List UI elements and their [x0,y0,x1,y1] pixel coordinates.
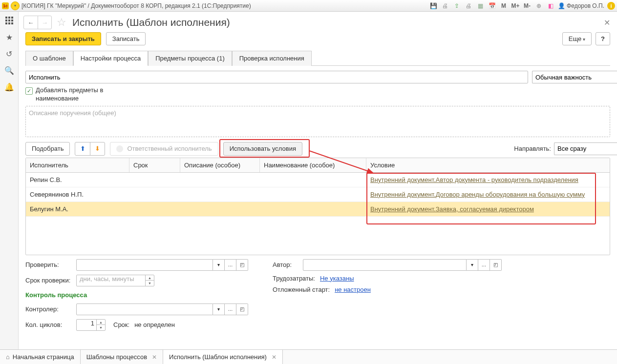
mem-m-button[interactable]: M [499,1,508,10]
check-due-input[interactable]: дни, часы, минуты ▲▼ [76,275,154,286]
move-updown-group: ⬆ ⬇ [75,142,105,156]
importance-select[interactable] [532,71,617,83]
close-tab-icon[interactable]: ✕ [272,354,277,361]
app-title: [КОПИЯ] ГК "Меркурий" / Документооборот … [21,2,251,9]
calendar-icon[interactable]: 📅 [488,1,496,10]
cell-performer: Белугин М.А. [26,205,129,213]
move-up-button[interactable]: ⬆ [75,142,90,155]
col-due[interactable]: Срок [129,158,180,172]
template-name-input[interactable] [25,71,528,83]
deferred-label: Отложенный старт: [273,286,330,293]
effort-label: Трудозатраты: [273,275,315,282]
controller-label: Контролер: [25,305,73,313]
tab-templates[interactable]: Шаблоны процессов✕ [81,350,163,364]
col-name[interactable]: Наименование (особое) [260,158,366,172]
info-icon[interactable]: i [607,2,615,10]
window-tabs: ⌂Начальная страница Шаблоны процессов✕ И… [0,349,617,364]
person-icon [116,145,123,152]
check-ellipsis-button[interactable]: … [225,259,236,271]
calc-icon[interactable]: ▦ [476,1,485,10]
print-icon[interactable]: 🖨 [441,1,449,10]
responsible-button[interactable]: Ответственный исполнитель [110,142,218,156]
cycles-input[interactable]: 1 ▲▼ [76,319,106,331]
sidebar: ★ ↺ 🔍 🔔 [0,12,19,349]
tab-home[interactable]: ⌂Начальная страница [0,350,81,364]
check-due-label: Срок проверки: [25,277,73,284]
favorite-star-icon[interactable]: ☆ [57,16,66,29]
author-open-button[interactable]: ◰ [490,259,502,271]
tab-process-settings[interactable]: Настройки процесса [73,51,149,66]
col-desc[interactable]: Описание (особое) [180,158,260,172]
search-icon[interactable]: 🔍 [4,65,14,75]
spin-up-icon[interactable]: ▲ [97,320,105,325]
home-icon: ⌂ [6,353,10,361]
mem-mplus-button[interactable]: M+ [511,1,520,10]
performers-table: Исполнитель Срок Описание (особое) Наиме… [25,158,610,255]
nav-back-button[interactable]: ← [24,16,38,29]
export-icon[interactable]: ⇪ [452,1,461,10]
add-items-label: Добавлять предметы в наименование [36,86,109,103]
nav-forward-button[interactable]: → [38,16,51,29]
tab-about[interactable]: О шаблоне [25,51,73,66]
system-menu-dropdown[interactable]: ▾ [11,1,20,10]
controller-ellipsis-button[interactable]: … [225,303,236,315]
titlebar: 1c ▾ [КОПИЯ] ГК "Меркурий" / Документооб… [0,0,617,12]
more-button[interactable]: Еще [562,32,592,45]
author-ellipsis-button[interactable]: … [478,259,490,271]
print2-icon[interactable]: 🖨 [464,1,473,10]
tab-current-form[interactable]: Исполнить (Шаблон исполнения)✕ [163,350,283,364]
controller-input[interactable] [76,303,213,315]
author-input[interactable] [303,259,467,271]
check-dropdown-icon[interactable]: ▾ [213,259,225,271]
spin-up-icon[interactable]: ▲ [146,275,154,281]
controller-open-button[interactable]: ◰ [236,303,248,315]
cell-performer: Репин С.В. [26,176,129,183]
cycles-due-label: Срок: [113,321,129,328]
help-button[interactable]: ? [596,32,610,45]
mem-mminus-button[interactable]: M- [523,1,532,10]
controller-dropdown-icon[interactable]: ▾ [213,303,225,315]
direction-select[interactable] [554,142,617,155]
move-down-button[interactable]: ⬇ [90,142,105,155]
tab-check-execution[interactable]: Проверка исполнения [232,51,312,66]
form-title: Исполнить (Шаблон исполнения) [72,17,230,28]
direction-label: Направлять: [514,145,551,152]
app-logo-icon: 1c [2,2,9,9]
user-menu[interactable]: 👤Федоров О.П. [558,2,604,9]
spin-down-icon[interactable]: ▼ [97,324,105,330]
check-label: Проверить: [25,261,73,268]
history-icon[interactable]: ↺ [4,49,14,59]
author-label: Автор: [273,261,300,268]
col-condition[interactable]: Условие [366,158,610,172]
cycles-label: Кол. циклов: [25,321,73,328]
tab-bar: О шаблоне Настройки процесса Предметы пр… [25,50,610,66]
favorites-icon[interactable]: ★ [4,32,14,42]
annotation-highlight-1 [219,139,310,158]
cell-performer: Северянинов Н.П. [26,191,129,198]
deferred-link[interactable]: не настроен [335,286,371,293]
save-icon[interactable]: 💾 [429,1,438,10]
check-input[interactable] [76,259,213,271]
nav-buttons: ← → [23,16,52,29]
control-section-title: Контроль процесса [25,291,248,299]
author-dropdown-icon[interactable]: ▾ [467,259,478,271]
pick-button[interactable]: Подобрать [25,142,70,156]
close-tab-icon[interactable]: ✕ [152,354,157,361]
notifications-icon[interactable]: 🔔 [4,82,14,92]
check-open-button[interactable]: ◰ [236,259,248,271]
spin-down-icon[interactable]: ▼ [146,280,154,286]
tab-process-items[interactable]: Предметы процесса (1) [148,51,232,66]
effort-link[interactable]: Не указаны [320,275,354,282]
add-items-checkbox[interactable]: ✓ [25,87,33,95]
close-form-button[interactable]: ✕ [604,18,610,27]
cycles-due-value: не определен [134,321,175,328]
sections-icon[interactable] [4,16,14,25]
description-textarea[interactable]: Описание поручения (общее) [25,106,610,137]
zoom-icon[interactable]: ⊕ [534,1,543,10]
annotation-highlight-2 [366,173,596,224]
col-performer[interactable]: Исполнитель [26,158,129,172]
panels-icon[interactable]: ◧ [546,1,555,10]
save-and-close-button[interactable]: Записать и закрыть [25,32,101,45]
save-button[interactable]: Записать [106,32,146,45]
